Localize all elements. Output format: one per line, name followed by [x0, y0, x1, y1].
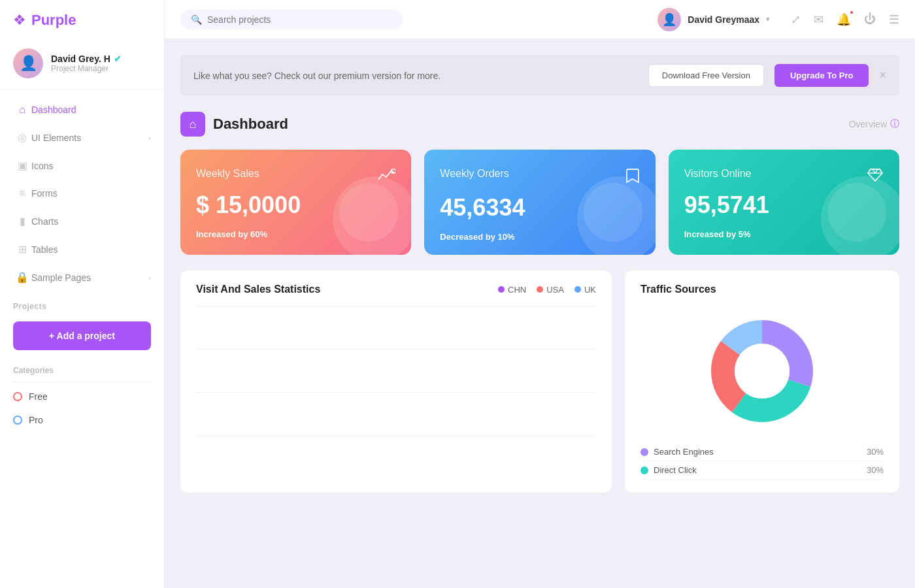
visitors-label: Visitors Online — [684, 168, 752, 180]
banner-text: Like what you see? Check out our premium… — [193, 71, 638, 81]
weekly-orders-value: 45,6334 — [440, 194, 639, 221]
bar-chart — [196, 306, 596, 436]
dashboard-header: ⌂ Dashboard Overview ⓘ — [180, 112, 899, 137]
power-icon[interactable]: ⏻ — [864, 12, 876, 26]
sidebar-logo: ❖ Purple — [0, 0, 164, 41]
chart-header: Visit And Sales Statistics CHN USA UK — [196, 284, 596, 295]
svg-point-5 — [735, 344, 790, 399]
search-input[interactable] — [207, 14, 392, 25]
logo-icon: ❖ — [13, 12, 26, 29]
home-icon: ⌂ — [190, 118, 197, 131]
download-free-button[interactable]: Download Free Version — [648, 64, 764, 87]
sidebar-item-dashboard[interactable]: ⌂ Dashboard — [0, 96, 164, 123]
categories-section-label: Categories — [0, 357, 164, 379]
sidebar-item-icons[interactable]: ▣ Icons — [0, 152, 164, 180]
bookmark-icon — [625, 168, 640, 189]
legend-usa: USA — [537, 285, 564, 295]
logo-text: Purple — [31, 12, 76, 29]
weekly-sales-value: $ 15,0000 — [196, 191, 395, 219]
stat-card-weekly-sales: Weekly Sales $ 15,0000 Increased by 60% — [180, 150, 411, 255]
free-circle-icon — [13, 392, 22, 401]
user-check-icon: ✔ — [114, 54, 122, 64]
bar-chart-icon: ▮ — [13, 215, 31, 227]
mail-icon[interactable]: ✉ — [814, 12, 824, 27]
legend-dot-purple — [498, 286, 505, 293]
content-area: Like what you see? Check out our premium… — [165, 39, 915, 588]
menu-icon[interactable]: ☰ — [889, 12, 899, 27]
legend-uk: UK — [574, 285, 596, 295]
grid-icon: ▣ — [13, 159, 31, 172]
close-banner-button[interactable]: × — [879, 69, 886, 82]
visitors-change: Increased by 5% — [684, 229, 884, 239]
user-name: David Grey. H ✔ — [51, 54, 151, 64]
user-info: David Grey. H ✔ Project Manager — [51, 54, 151, 73]
visit-stats-card: Visit And Sales Statistics CHN USA UK — [180, 270, 612, 493]
info-icon: ⓘ — [890, 118, 899, 130]
projects-section-label: Projects — [0, 291, 164, 315]
stat-card-weekly-orders: Weekly Orders 45,6334 Decreased by 10% — [424, 150, 655, 255]
traffic-chart-title: Traffic Sources — [640, 284, 716, 295]
trend-icon — [377, 168, 395, 186]
bell-icon[interactable]: 🔔 — [837, 12, 851, 27]
stat-card-visitors-online: Visitors Online 95,5741 Increased by 5% — [669, 150, 899, 255]
sidebar-item-forms[interactable]: ≡ Forms — [0, 180, 164, 207]
category-label: Free — [29, 391, 48, 402]
circle-icon: ◎ — [13, 131, 31, 144]
legend-dot-coral — [537, 286, 543, 293]
notification-badge — [849, 10, 854, 15]
stats-grid: Weekly Sales $ 15,0000 Increased by 60% … — [180, 150, 899, 255]
lock-icon: 🔒 — [13, 271, 31, 284]
traffic-sources-card: Traffic Sources — [625, 270, 899, 493]
donut-chart — [703, 312, 821, 430]
weekly-sales-change: Increased by 60% — [196, 229, 395, 239]
traffic-legend: Search Engines 30% Direct Click 30% — [640, 443, 884, 480]
sidebar-item-sample-pages[interactable]: 🔒 Sample Pages ‹ — [0, 263, 164, 291]
chart-legend: CHN USA UK — [498, 285, 596, 295]
sidebar-item-label: Charts — [31, 216, 151, 227]
sidebar-item-label: Sample Pages — [31, 272, 148, 283]
search-box[interactable]: 🔍 — [180, 10, 403, 29]
page-title: Dashboard — [213, 116, 288, 133]
topbar-user[interactable]: 👤 David Greymaax ▾ — [657, 8, 770, 31]
sidebar-user: 👤 David Grey. H ✔ Project Manager — [0, 41, 164, 90]
sidebar-item-charts[interactable]: ▮ Charts — [0, 207, 164, 235]
sidebar-item-tables[interactable]: ⊞ Tables — [0, 235, 164, 263]
pro-circle-icon — [13, 416, 22, 425]
search-engines-dot — [640, 448, 648, 456]
topbar-avatar: 👤 — [657, 8, 681, 31]
main-area: 🔍 👤 David Greymaax ▾ ⤢ ✉ 🔔 ⏻ ☰ Like what… — [165, 0, 915, 588]
category-label: Pro — [29, 415, 43, 425]
add-project-button[interactable]: + Add a project — [13, 321, 151, 350]
legend-dot-blue — [574, 286, 581, 293]
chevron-left-icon: ‹ — [148, 274, 151, 282]
dashboard-title-row: ⌂ Dashboard — [180, 112, 288, 137]
sidebar-item-ui-elements[interactable]: ◎ UI Elements ‹ — [0, 123, 164, 152]
weekly-orders-change: Decreased by 10% — [440, 232, 639, 242]
fullscreen-icon[interactable]: ⤢ — [791, 12, 801, 27]
traffic-direct-click: Direct Click 30% — [640, 461, 884, 480]
sidebar-item-label: Tables — [31, 244, 151, 255]
sidebar-item-label: UI Elements — [31, 133, 148, 143]
chevron-left-icon: ‹ — [148, 134, 151, 142]
chevron-down-icon: ▾ — [766, 15, 770, 24]
topbar: 🔍 👤 David Greymaax ▾ ⤢ ✉ 🔔 ⏻ ☰ — [165, 0, 915, 39]
weekly-sales-label: Weekly Sales — [196, 168, 259, 180]
legend-chn: CHN — [498, 285, 526, 295]
sidebar-item-label: Forms — [31, 188, 151, 199]
category-pro[interactable]: Pro — [0, 408, 164, 432]
category-free[interactable]: Free — [0, 385, 164, 408]
diamond-icon — [867, 168, 884, 186]
dashboard-icon-box: ⌂ — [180, 112, 205, 137]
traffic-search-engines: Search Engines 30% — [640, 443, 884, 461]
categories-divider — [13, 382, 151, 382]
user-role: Project Manager — [51, 64, 151, 73]
topbar-username: David Greymaax — [688, 14, 759, 25]
visitors-value: 95,5741 — [684, 191, 884, 219]
direct-click-dot — [640, 466, 648, 474]
sidebar-item-label: Dashboard — [31, 105, 151, 115]
upgrade-pro-button[interactable]: Upgrade To Pro — [774, 64, 869, 87]
search-icon: 🔍 — [191, 14, 202, 25]
sidebar-item-label: Icons — [31, 161, 151, 171]
topbar-icons: ⤢ ✉ 🔔 ⏻ ☰ — [791, 12, 899, 27]
sidebar: ❖ Purple 👤 David Grey. H ✔ Project Manag… — [0, 0, 165, 588]
